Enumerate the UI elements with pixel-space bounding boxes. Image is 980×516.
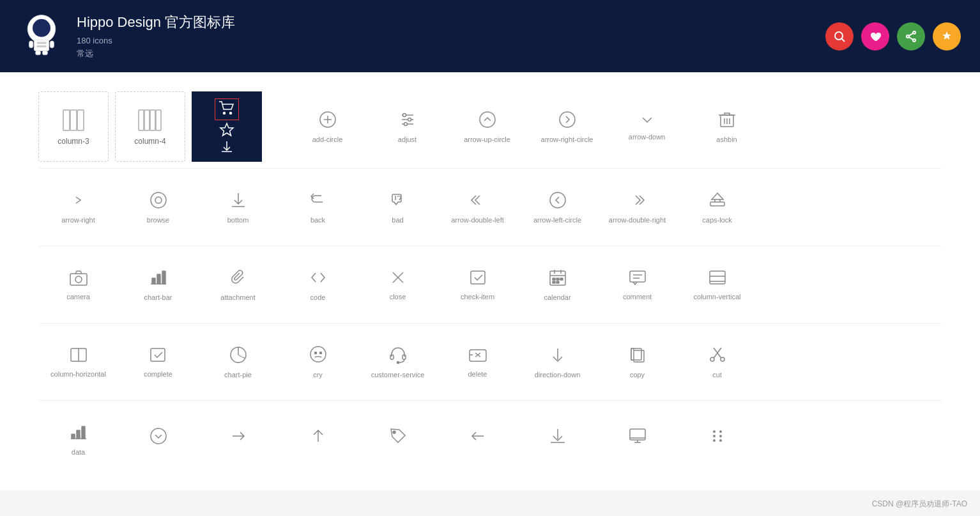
svg-line-10 <box>842 38 845 42</box>
svg-line-14 <box>909 33 913 36</box>
second-icon-row: arrow-right browse bottom back <box>38 169 942 246</box>
like-button[interactable] <box>861 22 889 51</box>
icon-arrow-double-right[interactable]: arrow-double-right <box>597 175 677 239</box>
icon-arrow-right[interactable]: arrow-right <box>38 175 118 239</box>
icon-attachment-label: attachment <box>220 293 255 301</box>
svg-rect-46 <box>710 202 724 206</box>
svg-rect-65 <box>553 281 555 283</box>
icon-check-item[interactable]: check-item <box>438 253 517 317</box>
icon-chart-pie-label: chart-pie <box>224 371 252 379</box>
icon-camera[interactable]: camera <box>38 253 118 317</box>
svg-point-102 <box>719 435 722 437</box>
share-button[interactable] <box>897 22 925 51</box>
svg-rect-92 <box>77 430 80 439</box>
icon-complete[interactable]: complete <box>118 330 198 394</box>
svg-rect-67 <box>630 271 645 282</box>
logo-icon <box>19 14 64 59</box>
download-icon <box>219 139 234 155</box>
icon-attachment[interactable]: attachment <box>198 253 278 317</box>
column-3-option[interactable]: column-3 <box>38 91 109 162</box>
svg-rect-3 <box>36 42 47 43</box>
icon-comment[interactable]: comment <box>597 253 677 317</box>
svg-rect-22 <box>156 110 161 130</box>
svg-point-50 <box>75 276 82 283</box>
icon-check-item-label: check-item <box>461 293 494 301</box>
svg-point-99 <box>713 430 716 433</box>
svg-rect-49 <box>70 274 87 285</box>
icon-calendar[interactable]: calendar <box>517 253 597 317</box>
svg-point-100 <box>719 430 722 433</box>
icon-arrow-down[interactable]: arrow-down <box>607 95 687 159</box>
icon-cry[interactable]: cry <box>278 330 358 394</box>
icon-bottom[interactable]: bottom <box>198 175 278 239</box>
svg-point-11 <box>913 31 915 34</box>
icon-cut[interactable]: cut <box>677 330 757 394</box>
search-button[interactable] <box>825 22 854 51</box>
icon-direction-down[interactable]: direction-down <box>517 330 597 394</box>
svg-point-79 <box>319 352 321 354</box>
icon-ashbin[interactable]: ashbin <box>687 95 767 159</box>
icon-cry-label: cry <box>313 371 323 379</box>
svg-point-9 <box>835 32 843 40</box>
svg-rect-5 <box>29 41 33 48</box>
icon-arrow-double-left-label: arrow-double-left <box>451 216 504 224</box>
reward-button[interactable] <box>933 22 961 51</box>
svg-point-45 <box>550 192 565 208</box>
svg-point-34 <box>404 123 407 126</box>
icon-arrow-right-circle[interactable]: arrow-right-circle <box>527 95 607 159</box>
svg-rect-6 <box>50 41 54 48</box>
icon-add-circle[interactable]: add-circle <box>287 95 367 159</box>
icon-caps-lock[interactable]: caps-lock <box>677 175 757 239</box>
icon-calendar-label: calendar <box>544 293 570 301</box>
selected-icon-box[interactable] <box>192 91 262 162</box>
icon-arrow-up[interactable] <box>278 407 358 471</box>
icon-bad[interactable]: bad <box>358 175 438 239</box>
icon-add-circle-label: add-circle <box>312 136 343 143</box>
icon-column-vertical[interactable]: column-vertical <box>677 253 757 317</box>
third-icon-row: camera chart-bar attachment code <box>38 246 942 324</box>
icon-dots[interactable] <box>677 407 757 471</box>
svg-point-33 <box>408 118 411 121</box>
svg-rect-54 <box>162 271 165 284</box>
icon-back[interactable]: back <box>278 175 358 239</box>
icon-arrow-up-circle[interactable]: arrow-up-circle <box>447 95 527 159</box>
svg-point-1 <box>33 19 50 36</box>
icon-chart-pie[interactable]: chart-pie <box>198 330 278 394</box>
icon-column-horizontal-label: column-horizontal <box>50 370 106 378</box>
icon-delete[interactable]: delete <box>438 330 517 394</box>
column-4-option[interactable]: column-4 <box>115 91 185 162</box>
svg-rect-57 <box>471 271 485 284</box>
icon-code[interactable]: code <box>278 253 358 317</box>
svg-rect-75 <box>151 348 165 361</box>
svg-rect-17 <box>70 110 77 130</box>
svg-rect-93 <box>82 426 85 439</box>
star-icon <box>219 122 234 137</box>
icon-download[interactable] <box>517 407 597 471</box>
icon-data[interactable]: data <box>38 407 118 471</box>
icon-delete-label: delete <box>468 370 487 378</box>
icon-arrow-right2[interactable] <box>198 407 278 471</box>
icon-arrow-left-circle-label: arrow-left-circle <box>533 216 581 224</box>
icon-browse-label: browse <box>147 216 169 224</box>
svg-rect-18 <box>77 110 84 130</box>
icon-code-label: code <box>310 293 326 301</box>
icon-tag[interactable] <box>358 407 438 471</box>
column3-label: column-3 <box>57 137 89 146</box>
icon-close[interactable]: close <box>358 253 438 317</box>
icon-column-horizontal[interactable]: column-horizontal <box>38 330 118 394</box>
icon-arrow-double-left[interactable]: arrow-double-left <box>438 175 517 239</box>
svg-line-15 <box>909 37 913 40</box>
icon-arrow-left[interactable] <box>438 407 517 471</box>
icon-customer-service[interactable]: customer-service <box>358 330 438 394</box>
svg-point-89 <box>721 357 724 361</box>
icon-computer[interactable] <box>597 407 677 471</box>
icon-browse[interactable]: browse <box>118 175 198 239</box>
icon-arrow-left-circle[interactable]: arrow-left-circle <box>517 175 597 239</box>
icon-chart-bar[interactable]: chart-bar <box>118 253 198 317</box>
icon-adjust[interactable]: adjust <box>367 95 447 159</box>
svg-rect-70 <box>710 271 725 284</box>
icon-copy[interactable]: copy <box>597 330 677 394</box>
icon-direction-down2[interactable] <box>118 407 198 471</box>
svg-point-104 <box>719 439 722 442</box>
icon-data-label: data <box>72 448 85 456</box>
